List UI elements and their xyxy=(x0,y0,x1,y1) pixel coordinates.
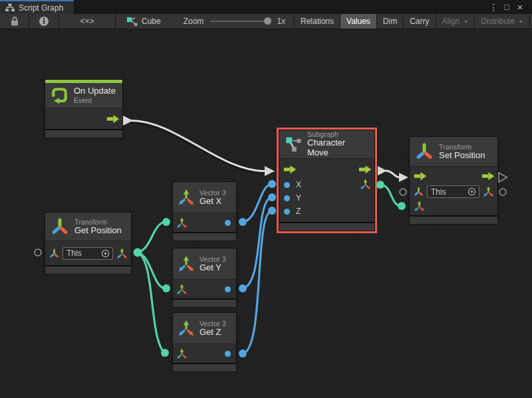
node-character-move[interactable]: Subgraph Character Move X Y Z xyxy=(279,130,374,231)
vector3-input-port[interactable] xyxy=(176,217,188,229)
vector3-output-port[interactable] xyxy=(483,186,494,197)
graph-node-icon xyxy=(126,17,138,27)
node-get-position[interactable]: Transform Get Position This xyxy=(45,213,131,274)
node-on-update[interactable]: On Update Event xyxy=(45,80,122,138)
values-button[interactable]: Values xyxy=(340,14,377,29)
node-set-position[interactable]: Transform Set Position This xyxy=(410,137,497,224)
carry-button[interactable]: Carry xyxy=(404,14,436,29)
transform-icon xyxy=(415,142,434,161)
trigger-output-port[interactable] xyxy=(358,165,372,174)
trigger-output-port[interactable] xyxy=(481,171,495,181)
node-category: Transform xyxy=(439,143,485,151)
float-output-port[interactable] xyxy=(225,286,231,292)
vector3-input-port[interactable] xyxy=(176,348,188,359)
script-graph-window: { "window": { "tab_title": "Script Graph… xyxy=(0,0,532,398)
node-footer xyxy=(410,217,497,224)
node-get-y[interactable]: Vector 3 Get Y xyxy=(173,249,236,307)
window-menu-icon[interactable]: ⋮ xyxy=(487,1,500,14)
trigger-output-port[interactable] xyxy=(106,114,120,124)
vector3-input-port[interactable] xyxy=(414,201,425,212)
code-view-button[interactable]: <×> xyxy=(59,14,116,29)
node-category: Vector 3 xyxy=(200,255,226,263)
node-get-x[interactable]: Vector 3 Get X xyxy=(173,182,236,241)
port-label-x: X xyxy=(296,180,301,189)
dropdown-arrow-icon: ▼ xyxy=(519,19,523,24)
dim-button[interactable]: Dim xyxy=(377,14,404,29)
z-input-port[interactable] xyxy=(284,209,290,215)
zoom-slider[interactable] xyxy=(210,21,270,22)
port-label-z: Z xyxy=(296,207,301,216)
tab-title: Script Graph xyxy=(19,3,63,13)
trigger-input-port[interactable] xyxy=(283,165,297,174)
target-picker-icon[interactable] xyxy=(467,187,477,197)
script-graph-icon xyxy=(5,3,15,12)
on-update-loop-icon xyxy=(51,86,68,104)
graph-toolbar: <×> Cube Zoom 1x Relations Values Dim Ca… xyxy=(0,14,532,29)
x-input-port[interactable] xyxy=(284,182,290,188)
node-title: Set Position xyxy=(439,151,485,161)
vector3-input-port[interactable] xyxy=(176,284,188,295)
title-bar: Script Graph ⋮ □ × xyxy=(0,0,532,14)
y-input-port[interactable] xyxy=(284,195,290,201)
code-icon: <×> xyxy=(80,17,94,26)
dropdown-arrow-icon: ▼ xyxy=(464,19,468,24)
vector3-icon xyxy=(178,320,195,337)
port-label-y: Y xyxy=(296,193,301,203)
node-footer xyxy=(279,223,374,231)
vector3-output-port[interactable] xyxy=(116,248,128,259)
node-category: Vector 3 xyxy=(200,320,226,328)
tab-script-graph[interactable]: Script Graph xyxy=(0,0,74,14)
node-title: Get Z xyxy=(200,328,226,338)
distribute-button[interactable]: Distribute ▼ xyxy=(475,14,530,29)
maximize-icon[interactable]: □ xyxy=(500,1,513,14)
zoom-label: Zoom xyxy=(184,17,204,26)
vector3-icon xyxy=(178,189,195,206)
this-object-field[interactable]: This xyxy=(63,247,113,260)
zoom-slider-handle[interactable] xyxy=(264,17,271,25)
node-get-z[interactable]: Vector 3 Get Z xyxy=(173,313,236,371)
node-title: Get Y xyxy=(200,263,226,273)
node-title: Get Position xyxy=(74,226,122,236)
node-category: Vector 3 xyxy=(200,189,226,197)
node-footer xyxy=(173,233,236,241)
graph-context-group: Cube Zoom 1x xyxy=(116,14,295,29)
node-footer xyxy=(173,300,236,307)
node-footer xyxy=(173,364,236,371)
node-title: Get X xyxy=(200,197,226,207)
zoom-value: 1x xyxy=(277,17,285,26)
window-controls: ⋮ □ × xyxy=(487,0,532,14)
transform-port-icon[interactable] xyxy=(49,249,59,258)
subgraph-icon xyxy=(285,136,302,153)
node-footer xyxy=(45,266,131,274)
transform-icon xyxy=(51,217,69,236)
node-title: On Update xyxy=(74,86,116,96)
node-category: Transform xyxy=(74,218,122,226)
target-object-label: Cube xyxy=(142,17,161,26)
lock-icon xyxy=(9,16,20,27)
lock-button[interactable] xyxy=(0,14,29,29)
transform-port-icon[interactable] xyxy=(414,187,424,197)
this-object-field[interactable]: This xyxy=(427,185,479,198)
close-icon[interactable]: × xyxy=(513,1,527,14)
info-icon xyxy=(39,16,49,27)
target-picker-icon[interactable] xyxy=(100,249,110,258)
node-subtitle: Event xyxy=(74,96,116,104)
float-output-port[interactable] xyxy=(225,220,231,226)
info-button[interactable] xyxy=(29,14,59,29)
vector3-icon xyxy=(178,255,195,272)
float-output-port[interactable] xyxy=(225,351,231,357)
vector3-output-port[interactable] xyxy=(360,179,371,190)
trigger-input-port[interactable] xyxy=(414,171,427,181)
align-button[interactable]: Align ▼ xyxy=(436,14,475,29)
node-title: Character Move xyxy=(307,138,368,158)
relations-button[interactable]: Relations xyxy=(295,14,340,29)
node-footer xyxy=(45,130,122,138)
